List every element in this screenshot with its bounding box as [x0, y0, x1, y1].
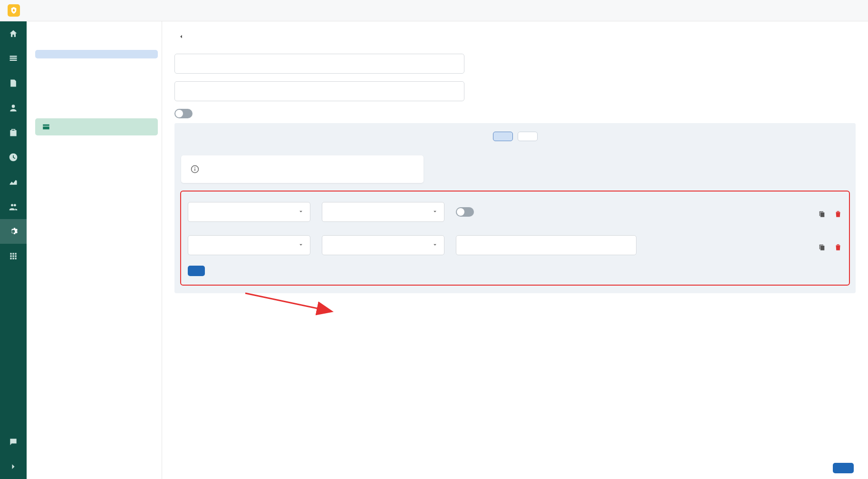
svg-line-1: [245, 293, 331, 311]
rail-lists[interactable]: [0, 46, 27, 71]
top-bar: [0, 0, 868, 21]
rail-home[interactable]: [0, 21, 27, 46]
nav-combined-lists[interactable]: [35, 76, 158, 84]
nav-list-management[interactable]: [35, 41, 158, 50]
nav-organization-lists[interactable]: [35, 67, 158, 76]
rail-expand[interactable]: [0, 454, 27, 479]
copy-icon: [818, 243, 826, 251]
chevron-down-icon: [298, 241, 304, 249]
rail-agents[interactable]: [0, 194, 27, 219]
condition-row: [188, 198, 842, 222]
rail-docs[interactable]: [0, 71, 27, 96]
trash-icon: [834, 243, 842, 251]
main-content: [162, 21, 868, 479]
rail-analytics[interactable]: [0, 170, 27, 194]
copy-condition-button[interactable]: [818, 210, 826, 218]
nav-user-lists[interactable]: [35, 50, 158, 58]
active-user-toggle[interactable]: [456, 207, 474, 217]
nav-columns[interactable]: [35, 84, 158, 93]
nav-subscription[interactable]: [35, 118, 158, 135]
rail-users[interactable]: [0, 96, 27, 120]
condition-row: [188, 231, 842, 255]
brand-icon: [8, 4, 20, 17]
conditions-frame: [180, 191, 850, 286]
chevron-down-icon: [298, 208, 304, 216]
list-name-input[interactable]: [174, 54, 464, 74]
value-input[interactable]: [456, 235, 637, 255]
delete-condition-button[interactable]: [834, 243, 842, 251]
nav-ticket-lists[interactable]: [35, 58, 158, 67]
footer-buttons: [822, 463, 854, 473]
delete-condition-button[interactable]: [834, 210, 842, 218]
condition-select[interactable]: [322, 235, 444, 255]
copy-icon: [818, 210, 826, 218]
tab-conditions[interactable]: [493, 132, 513, 141]
tab-preview[interactable]: [518, 132, 538, 141]
rail-settings[interactable]: [0, 219, 27, 244]
icon-rail: [0, 21, 27, 479]
rail-chat[interactable]: [0, 430, 27, 454]
condition-select[interactable]: [322, 202, 444, 222]
nav-process-prefs[interactable]: [35, 93, 158, 101]
credit-card-icon: [42, 123, 50, 131]
tabs-band: [174, 123, 856, 150]
rail-apps[interactable]: [0, 244, 27, 268]
back-button[interactable]: [174, 30, 188, 43]
copy-condition-button[interactable]: [818, 243, 826, 251]
note-box: [181, 155, 424, 183]
conditions-area: [174, 150, 856, 293]
description-input[interactable]: [174, 81, 464, 101]
add-condition-button[interactable]: [188, 266, 205, 276]
rail-clock[interactable]: [0, 145, 27, 170]
trash-icon: [834, 210, 842, 218]
rail-clipboard[interactable]: [0, 120, 27, 145]
save-button[interactable]: [833, 463, 854, 473]
share-toggle[interactable]: [174, 109, 193, 118]
nav-addons[interactable]: [35, 110, 158, 118]
field-select[interactable]: [188, 235, 310, 255]
field-select[interactable]: [188, 202, 310, 222]
chevron-down-icon: [432, 208, 438, 216]
info-icon: [191, 165, 199, 173]
settings-sidebar: [27, 21, 162, 479]
chevron-left-icon: [178, 33, 184, 40]
chevron-down-icon: [432, 241, 438, 249]
nav-events[interactable]: [35, 101, 158, 110]
